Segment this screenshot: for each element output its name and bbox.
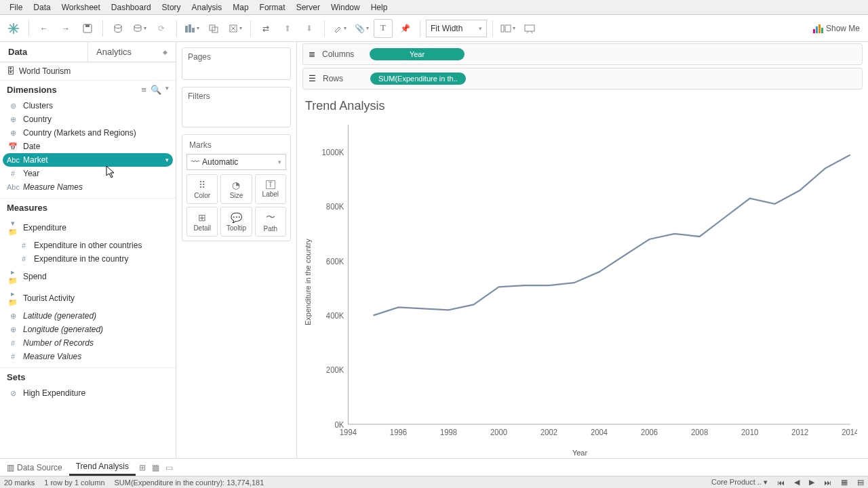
menu-analysis[interactable]: Analysis xyxy=(186,1,228,14)
fit-selector[interactable]: Fit Width▾ xyxy=(426,20,487,37)
dimension-country-markets-and-regions-[interactable]: ⊕Country (Markets and Regions) xyxy=(3,126,173,140)
path-button[interactable]: 〜Path xyxy=(255,207,286,237)
search-icon[interactable]: 🔍 xyxy=(151,85,161,95)
datasource-item[interactable]: 🗄 World Tourism xyxy=(0,62,176,80)
svg-text:600K: 600K xyxy=(326,256,344,266)
save-button[interactable] xyxy=(78,19,97,38)
menu-map[interactable]: Map xyxy=(227,1,254,14)
y-axis-title: Expenditure in the country xyxy=(302,117,313,447)
label-button[interactable]: T xyxy=(374,19,393,38)
field-type-icon: Abc xyxy=(7,156,19,164)
sort-desc-button[interactable]: ⬇ xyxy=(300,19,319,38)
back-button[interactable]: ← xyxy=(35,19,54,38)
menu-server[interactable]: Server xyxy=(291,1,326,14)
measure-expenditure-in-other-countries[interactable]: #Expenditure in other countries xyxy=(3,239,173,252)
swap-button[interactable]: ⇄ xyxy=(256,19,275,38)
nav-first-icon[interactable]: ⏮ xyxy=(777,479,785,487)
menu-dashboard[interactable]: Dashboard xyxy=(106,1,157,14)
chart-canvas[interactable]: 0K200K400K600K800K1000K19941996199820002… xyxy=(313,117,857,447)
measure-latitude-generated-[interactable]: ⊕Latitude (generated) xyxy=(3,309,173,323)
measure-tourist-activity[interactable]: ▸ 📁Tourist Activity xyxy=(3,287,173,309)
menu-help[interactable]: Help xyxy=(366,1,393,14)
menu-window[interactable]: Window xyxy=(326,1,366,14)
highlight-button[interactable] xyxy=(330,19,349,38)
show-cards-button[interactable] xyxy=(498,19,517,38)
measure-number-of-records[interactable]: #Number of Records xyxy=(3,336,173,350)
detail-button[interactable]: ⊞Detail xyxy=(186,207,218,237)
nav-next-icon[interactable]: ▶ xyxy=(809,478,814,487)
nav-prev-icon[interactable]: ◀ xyxy=(794,478,800,487)
sort-asc-button[interactable]: ⬆ xyxy=(278,19,297,38)
pages-shelf[interactable]: Pages xyxy=(182,47,291,80)
svg-rect-17 xyxy=(505,25,511,32)
new-story-button[interactable]: ▭ xyxy=(163,463,176,472)
data-tab[interactable]: Data xyxy=(0,42,87,62)
menu-data[interactable]: Data xyxy=(28,1,56,14)
svg-text:2012: 2012 xyxy=(791,427,808,437)
dimension-country[interactable]: ⊕Country xyxy=(3,113,173,126)
nav-last-icon[interactable]: ⏭ xyxy=(824,479,831,487)
logo-icon[interactable] xyxy=(4,19,23,38)
data-source-tab[interactable]: ▥Data Source xyxy=(0,459,69,476)
svg-text:2010: 2010 xyxy=(741,427,758,437)
set-high-expenditure[interactable]: ⊘High Expenditure xyxy=(3,386,173,400)
svg-rect-16 xyxy=(501,25,504,32)
sheet-title[interactable]: Trend Analysis xyxy=(302,96,857,117)
svg-rect-5 xyxy=(85,24,90,27)
show-me-button[interactable]: Show Me xyxy=(808,23,864,34)
label-button-mark[interactable]: TLabel xyxy=(255,174,286,204)
pin-button[interactable]: 📌 xyxy=(395,19,414,38)
dimension-measure-names[interactable]: AbcMeasure Names xyxy=(3,180,173,194)
new-worksheet-button[interactable] xyxy=(182,19,201,38)
group-button[interactable]: 📎 xyxy=(352,19,371,38)
size-icon: ◔ xyxy=(232,180,240,190)
svg-text:2014: 2014 xyxy=(842,427,857,437)
status-product[interactable]: Core Product .. ▾ xyxy=(711,478,768,487)
measure-expenditure[interactable]: ▾ 📁Expenditure xyxy=(3,217,173,239)
dimension-market[interactable]: AbcMarket▾ xyxy=(3,153,173,167)
dimension-clusters[interactable]: ⊚Clusters xyxy=(3,99,173,113)
filters-shelf[interactable]: Filters xyxy=(182,87,291,127)
duplicate-button[interactable] xyxy=(204,19,223,38)
forward-button[interactable]: → xyxy=(56,19,75,38)
measures-header: Measures xyxy=(0,198,176,217)
color-button[interactable]: ⠿Color xyxy=(186,174,218,204)
new-sheet-button[interactable]: ⊞ xyxy=(136,463,149,472)
size-button[interactable]: ◔Size xyxy=(220,174,252,204)
rows-shelf[interactable]: ☰ Rows SUM(Expenditure in th.. xyxy=(302,68,863,89)
svg-rect-18 xyxy=(525,25,534,31)
columns-pill[interactable]: Year xyxy=(370,48,465,60)
dimension-date[interactable]: 📅Date xyxy=(3,140,173,153)
analytics-tab[interactable]: Analytics◆ xyxy=(87,42,176,62)
sheet-tab[interactable]: Trend Analysis xyxy=(69,459,136,476)
pause-updates-button[interactable] xyxy=(130,19,149,38)
svg-rect-10 xyxy=(192,28,195,33)
menu-worksheet[interactable]: Worksheet xyxy=(56,1,106,14)
menu-file[interactable]: File xyxy=(4,1,28,14)
view-filmstrip-icon[interactable]: ▤ xyxy=(857,478,864,487)
menu-story[interactable]: Story xyxy=(157,1,186,14)
menu-caret-icon[interactable]: ▾ xyxy=(165,85,169,95)
svg-rect-22 xyxy=(816,26,818,33)
view-list-icon[interactable]: ≡ xyxy=(141,85,146,95)
new-dashboard-button[interactable]: ▦ xyxy=(149,463,163,472)
svg-rect-8 xyxy=(185,26,188,33)
measure-measure-values[interactable]: #Measure Values xyxy=(3,350,173,363)
svg-rect-23 xyxy=(818,24,821,33)
measure-expenditure-in-the-country[interactable]: #Expenditure in the country xyxy=(3,252,173,266)
refresh-button[interactable]: ⟳ xyxy=(152,19,171,38)
presentation-button[interactable] xyxy=(520,19,539,38)
measure-longitude-generated-[interactable]: ⊕Longitude (generated) xyxy=(3,323,173,336)
measure-spend[interactable]: ▸ 📁Spend xyxy=(3,266,173,287)
rows-pill[interactable]: SUM(Expenditure in th.. xyxy=(370,73,466,85)
detail-icon: ⊞ xyxy=(198,212,206,223)
dimension-year[interactable]: #Year xyxy=(3,167,173,180)
new-datasource-button[interactable] xyxy=(108,19,127,38)
menu-format[interactable]: Format xyxy=(254,1,291,14)
mark-type-select[interactable]: 〰Automatic ▾ xyxy=(186,154,286,170)
marks-title: Marks xyxy=(186,139,286,154)
view-tabs-icon[interactable]: ▦ xyxy=(841,478,848,487)
tooltip-button[interactable]: 💬Tooltip xyxy=(220,207,252,237)
clear-button[interactable] xyxy=(226,19,245,38)
columns-shelf[interactable]: ≣ Columns Year xyxy=(302,43,863,65)
